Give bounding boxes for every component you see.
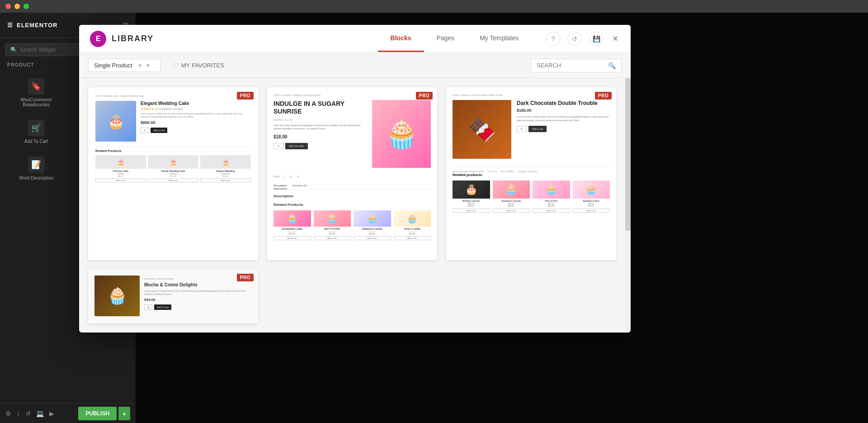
modal-close-button[interactable]: × (611, 32, 620, 46)
template-search-input[interactable] (537, 62, 604, 69)
sunrise-title: INDULGE IN A SUGARY SUNRISE (274, 100, 367, 115)
sunrise-add-btn-2[interactable]: Add To Cart (314, 236, 351, 240)
pro-badge-1: PRO (237, 92, 254, 100)
modal-tabs: Blocks Pages My Templates (378, 25, 532, 52)
hamburger-icon[interactable]: ☰ (7, 22, 13, 29)
pro-badge-2: PRO (416, 92, 433, 100)
tab-pages[interactable]: Pages (424, 25, 467, 52)
sunrise-cart-row: 1 ADD TO CART (274, 143, 367, 149)
related-item-3: 🎂 Elegant Wedding ★★★★★ $85.00 Add to ca… (200, 155, 251, 182)
widget-woocommerce-breadcrumbs[interactable]: 🔖 WooCommerceBreadcrumbs (5, 73, 67, 113)
choc-meta: Dark Chocolate Double Trouble f ✉ G+ ★ S… (453, 166, 610, 173)
sunrise-price: $18.00 (274, 134, 367, 139)
related-image-1: 🎂 (95, 155, 146, 169)
preview-icon[interactable]: 💻 (36, 410, 44, 417)
mocha-product-image: 🧁 (94, 276, 140, 316)
template-card-dark-chocolate[interactable]: PRO Home / Cupcake / Dark Chocolate Doub… (446, 87, 616, 260)
play-icon[interactable]: ▶ (49, 410, 54, 417)
sunrise-related-name-1: STRAWBERRY SWIRL (274, 228, 311, 230)
choc-related-1: 🎂 Birthday Cupcake $80.00$90.00 Add to c… (453, 181, 490, 213)
related-item-1: 🎂 Princess Cake ★★★ $90.00 Add to cart (95, 155, 146, 182)
sunrise-related-price-1: $24.00 (274, 233, 311, 235)
settings-icon[interactable]: ⚙ (5, 410, 11, 417)
choc-add-btn-1[interactable]: Add to cart (453, 209, 490, 213)
widget-add-to-cart[interactable]: 🛒 Add To Cart (5, 114, 67, 149)
mocha-qty[interactable]: 1 (144, 304, 152, 310)
minimize-dot[interactable] (14, 4, 20, 9)
filter-clear-icon[interactable]: ✕ (138, 62, 142, 69)
sunrise-related-3: 🧁 SPRINKLES & MORE ★★★★ $20.00 Add To Ca… (354, 210, 391, 240)
choc-add-btn-4[interactable]: Add to cart (573, 209, 610, 213)
templates-container: PRO Home / Wedding cakes / Elegant Weddi… (79, 78, 631, 333)
template-card-sugary-sunrise[interactable]: PRO Home / cupcakes / Indulge in a Sugar… (267, 87, 437, 260)
sunrise-related-price-4: $22.00 (394, 233, 431, 235)
sunrise-cart-button[interactable]: ADD TO CART (285, 143, 308, 149)
search-widget-placeholder: Search Widget (20, 47, 56, 53)
template-search-icon[interactable]: 🔍 (608, 62, 616, 69)
template-preview-3: Home / Cupcake / Dark Chocolate Double T… (446, 87, 616, 260)
choc-cart-button[interactable]: Add to cart (528, 126, 547, 132)
template-card-elegant-wedding[interactable]: PRO Home / Wedding cakes / Elegant Weddi… (88, 87, 258, 260)
choc-add-btn-2[interactable]: Add to cart (493, 209, 530, 213)
wedding-product-image: 🎂 (95, 101, 136, 142)
sunrise-related-4: 🧁 VANILLA CRÈME ★★★★★ $22.00 Add To Cart (394, 210, 431, 240)
choc-qty[interactable]: 1 (517, 126, 527, 132)
publish-button[interactable]: PUBLISH (78, 407, 117, 420)
sunrise-add-btn-3[interactable]: Add To Cart (354, 236, 391, 240)
responsive-icon[interactable]: ↕ (17, 410, 20, 417)
mocha-cart-button[interactable]: Add To Cart (154, 304, 171, 310)
sunrise-qty[interactable]: 1 (274, 143, 283, 149)
choc-price: $185.00 (517, 108, 610, 113)
choc-related-price-1: $80.00$90.00 (453, 203, 490, 207)
modal-scrollbar[interactable] (625, 78, 631, 333)
mocha-cart-row: 1 Add To Cart (144, 304, 252, 310)
template-preview-1: Home / Wedding cakes / Elegant Wedding C… (88, 87, 258, 214)
help-icon-button[interactable]: ? (546, 32, 560, 46)
refresh-icon-button[interactable]: ↺ (567, 32, 582, 46)
choc-related-2: 🧁 Sweetheart Cupcake $90.00$90.00 Add to… (493, 181, 530, 213)
mocha-rating: ★★★★★ (1 customer review) (144, 277, 252, 280)
sunrise-tab-description[interactable]: Description (274, 182, 287, 189)
wedding-cart-button[interactable]: Add to Cart (151, 128, 167, 133)
close-dot[interactable] (5, 4, 11, 9)
template-search-bar[interactable]: 🔍 (531, 59, 622, 72)
widget-short-description[interactable]: 📝 Short Description (5, 151, 67, 186)
sunrise-related-img-3: 🧁 (354, 210, 391, 227)
mocha-info: ★★★★★ (1 customer review) Mocha & Creme … (144, 276, 252, 316)
wedding-breadcrumb: Home / Wedding cakes / Elegant Wedding C… (95, 95, 251, 97)
pro-badge-3: PRO (595, 92, 612, 100)
chevron-down-icon: ▼ (122, 412, 127, 417)
mocha-layout: 🧁 ★★★★★ (1 customer review) Mocha & Crem… (94, 276, 252, 316)
save-icon-button[interactable]: 💾 (589, 32, 604, 46)
sunrise-related-img-4: 🧁 (394, 210, 431, 227)
choc-related-img-2: 🧁 (493, 181, 530, 199)
wedding-qty-box[interactable]: 1 (141, 128, 149, 133)
publish-dropdown-arrow[interactable]: ▼ (118, 407, 130, 420)
related-image-3: 🎂 (200, 155, 251, 169)
sunrise-add-btn-1[interactable]: Add To Cart (274, 236, 311, 240)
choc-related-4: 🧁 Sprinkles & More $90.00$90.00 Add to c… (573, 181, 610, 213)
sunrise-breadcrumb: Home / cupcakes / Indulge in a Sugary Su… (274, 94, 431, 96)
sunrise-tab-reviews[interactable]: Reviews (0) (292, 182, 307, 189)
mocha-title: Mocha & Creme Delights (144, 282, 252, 288)
filters-bar: Single Product ✕ ▼ ♡ MY FAVORITES 🔍 (79, 53, 631, 78)
category-filter-dropdown[interactable]: Single Product ✕ ▼ (88, 59, 160, 72)
sunrise-desc: There are many variations of passages of… (274, 124, 367, 131)
my-favorites-button[interactable]: ♡ MY FAVORITES (168, 59, 230, 71)
sunrise-info: INDULGE IN A SUGARY SUNRISE RATING: 5.0 … (274, 100, 367, 168)
choc-add-btn-3[interactable]: Add to cart (533, 209, 570, 213)
sunrise-related-img-1: 🧁 (274, 210, 311, 227)
history-icon[interactable]: ↺ (25, 410, 31, 417)
tab-blocks[interactable]: Blocks (378, 25, 424, 52)
sunrise-add-btn-4[interactable]: Add To Cart (394, 236, 431, 240)
tab-my-templates[interactable]: My Templates (467, 25, 531, 52)
widget-label-woocommerce-breadcrumbs: WooCommerceBreadcrumbs (20, 97, 52, 107)
template-card-mocha-creme[interactable]: PRO 🧁 ★★★★★ (1 customer review) Mocha & … (88, 269, 258, 323)
modal-logo-letter: E (96, 35, 101, 43)
wedding-related-grid: 🎂 Princess Cake ★★★ $90.00 Add to cart 🎂… (95, 155, 251, 182)
sunrise-product-image: 🧁 (372, 100, 431, 168)
wedding-product-desc: Lorem ipsum is simply dummy text of the … (141, 112, 251, 119)
fullscreen-dot[interactable] (24, 4, 29, 9)
choc-related-img-4: 🧁 (573, 181, 610, 199)
sunrise-related-price-3: $20.00 (354, 233, 391, 235)
